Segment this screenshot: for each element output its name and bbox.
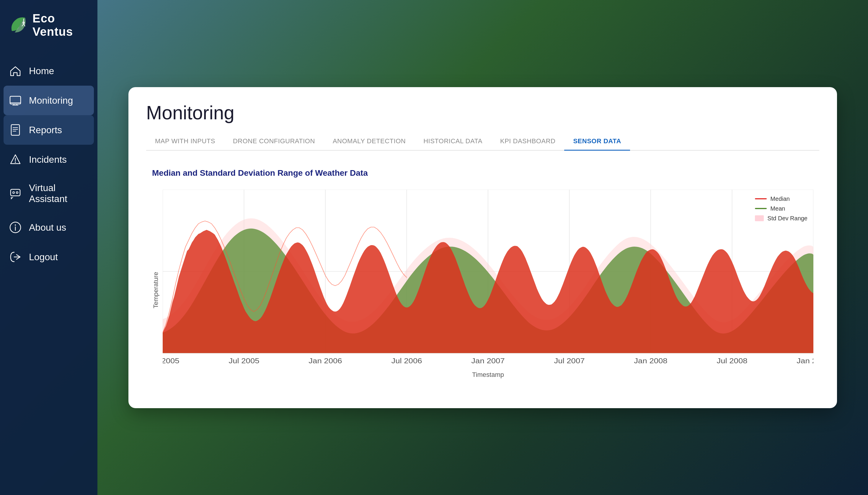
tab-map[interactable]: MAP WITH INPUTS — [146, 133, 224, 151]
sidebar-item-logout[interactable]: Logout — [0, 242, 98, 272]
svg-text:Jul 2005: Jul 2005 — [228, 357, 259, 364]
legend-std-label: Std Dev Range — [767, 215, 808, 222]
sidebar-item-about-us[interactable]: About us — [0, 212, 98, 242]
svg-text:Jan 2007: Jan 2007 — [471, 357, 505, 364]
svg-text:Jan 2009: Jan 2009 — [797, 357, 813, 364]
logo-text: Eco Ventus — [33, 12, 89, 38]
chart-svg: 100 50 0 Jan 2005 Jul 2005 Jan 2006 Jul … — [163, 190, 813, 367]
svg-point-8 — [15, 161, 16, 163]
sidebar-item-home-label: Home — [29, 66, 54, 76]
legend-std: Std Dev Range — [755, 215, 808, 222]
sidebar-item-logout-label: Logout — [29, 252, 58, 262]
svg-text:Jul 2007: Jul 2007 — [554, 357, 585, 364]
svg-text:Jan 2005: Jan 2005 — [163, 357, 179, 364]
svg-point-10 — [13, 192, 15, 193]
sidebar-item-virtual-assistant-label: Virtual Assistant — [29, 183, 89, 204]
incidents-icon — [9, 153, 22, 166]
sidebar-item-about-us-label: About us — [29, 222, 66, 233]
sidebar-item-monitoring[interactable]: Monitoring — [3, 86, 94, 115]
chart-legend: Median Mean Std Dev Range — [755, 195, 808, 222]
nav-items: Home Monitoring Reports — [0, 56, 98, 483]
page-title: Monitoring — [146, 102, 819, 124]
logo-area: Eco Ventus — [0, 12, 98, 56]
tab-sensor[interactable]: SENSOR DATA — [564, 133, 630, 151]
x-axis-label: Timestamp — [163, 371, 813, 379]
content-card: Monitoring MAP WITH INPUTS DRONE CONFIGU… — [128, 87, 837, 408]
home-icon — [9, 64, 22, 78]
tab-anomaly[interactable]: ANOMALY DETECTION — [324, 133, 415, 151]
sidebar-item-reports[interactable]: Reports — [3, 115, 94, 145]
info-icon — [9, 221, 22, 234]
legend-mean-label: Mean — [770, 205, 785, 212]
assistant-icon — [9, 187, 22, 200]
svg-text:Jul 2006: Jul 2006 — [391, 357, 422, 364]
svg-point-11 — [16, 192, 18, 193]
legend-std-rect — [755, 215, 764, 221]
sidebar: Eco Ventus Home Monitoring R — [0, 0, 98, 495]
sidebar-item-incidents[interactable]: Incidents — [0, 145, 98, 174]
legend-median-label: Median — [770, 195, 790, 202]
y-axis-label: Temperature — [152, 190, 160, 390]
chart-area: 100 50 0 Jan 2005 Jul 2005 Jan 2006 Jul … — [163, 190, 813, 390]
chart-wrapper: Temperature — [152, 190, 813, 390]
tab-kpi[interactable]: KPI DASHBOARD — [491, 133, 564, 151]
svg-text:Jan 2006: Jan 2006 — [309, 357, 342, 364]
chart-container: Median and Standard Deviation Range of W… — [146, 165, 819, 393]
legend-median-line — [755, 198, 767, 199]
main-content: Monitoring MAP WITH INPUTS DRONE CONFIGU… — [98, 0, 868, 495]
reports-icon — [9, 123, 22, 136]
sidebar-item-monitoring-label: Monitoring — [29, 95, 73, 106]
monitoring-icon — [9, 94, 22, 107]
sidebar-item-virtual-assistant[interactable]: Virtual Assistant — [0, 174, 98, 212]
svg-rect-6 — [11, 125, 19, 135]
svg-point-14 — [15, 224, 16, 226]
tab-historical[interactable]: HISTORICAL DATA — [415, 133, 491, 151]
logo-icon — [9, 16, 30, 34]
svg-rect-9 — [11, 189, 20, 196]
sidebar-item-reports-label: Reports — [29, 125, 62, 136]
tabs-bar: MAP WITH INPUTS DRONE CONFIGURATION ANOM… — [146, 133, 819, 151]
svg-text:Jul 2008: Jul 2008 — [716, 357, 747, 364]
sidebar-item-home[interactable]: Home — [0, 56, 98, 86]
sidebar-item-incidents-label: Incidents — [29, 154, 67, 165]
legend-median: Median — [755, 195, 808, 202]
legend-mean: Mean — [755, 205, 808, 212]
svg-point-0 — [22, 21, 25, 24]
logout-icon — [9, 251, 22, 263]
tab-drone[interactable]: DRONE CONFIGURATION — [224, 133, 324, 151]
svg-text:Jan 2008: Jan 2008 — [634, 357, 667, 364]
legend-mean-line — [755, 208, 767, 209]
chart-title: Median and Standard Deviation Range of W… — [152, 168, 813, 178]
